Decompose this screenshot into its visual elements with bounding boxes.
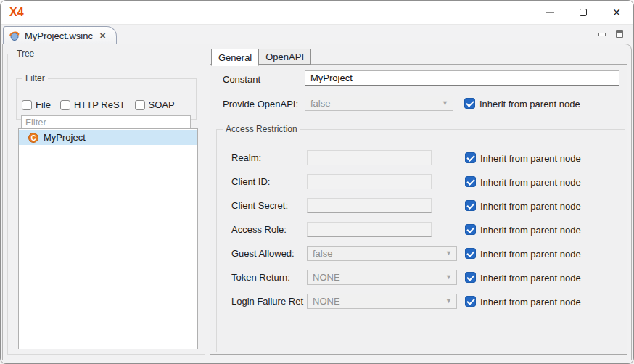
client-secret-input[interactable] (307, 198, 432, 213)
provide-openapi-value: false (310, 98, 330, 109)
minimize-button[interactable] (533, 1, 567, 24)
app-window: X4 ✕ MyProject.wsinc ✕ (0, 0, 634, 364)
filter-group-label: Filter (22, 73, 48, 83)
access-restriction-group: Access Restriction Realm: Inherit from p… (216, 124, 625, 352)
minimize-icon (546, 12, 554, 13)
row-access-role: Access Role: Inherit from parent node (217, 222, 625, 237)
inherit-label: Inherit from parent node (480, 153, 581, 164)
login-failure-label: Login Failure Ret (231, 296, 303, 307)
view-controls (598, 30, 623, 38)
provide-openapi-label: Provide OpenAPI: (223, 99, 298, 109)
inherit-checkbox-provide-openapi[interactable] (464, 98, 475, 109)
guest-allowed-label: Guest Allowed: (231, 248, 295, 259)
wsinc-file-icon (9, 30, 20, 41)
editor-content: Tree Filter File HTTP ReST (2, 44, 632, 360)
inherit-label: Inherit from parent node (480, 273, 581, 284)
tree-panel: Tree Filter File HTTP ReST (7, 49, 205, 355)
guest-allowed-select[interactable]: false ▼ (307, 246, 457, 261)
tab-general[interactable]: General (211, 49, 259, 66)
tree-item-label: MyProject (44, 132, 86, 143)
checkbox-unchecked-icon (22, 100, 32, 110)
inherit-label: Inherit from parent node (480, 201, 581, 212)
realm-label: Realm: (231, 152, 261, 163)
access-role-input[interactable] (307, 222, 432, 237)
client-secret-label: Client Secret: (231, 200, 288, 211)
guest-allowed-value: false (313, 248, 332, 259)
filter-checkboxes: File HTTP ReST SOAP (22, 99, 175, 110)
dropdown-arrow-icon: ▼ (442, 100, 448, 107)
workbench: MyProject.wsinc ✕ Tree Filter File (1, 24, 633, 363)
row-login-failure: Login Failure Ret NONE ▼ Inherit from pa… (217, 294, 625, 309)
tree-list[interactable]: C MyProject (18, 128, 198, 349)
window-titlebar: X4 ✕ (1, 1, 633, 24)
inherit-label: Inherit from parent node (480, 249, 581, 260)
row-client-id: Client ID: Inherit from parent node (217, 174, 625, 189)
client-id-input[interactable] (307, 174, 432, 189)
properties-panel: General OpenAPI Constant Provide OpenAPI… (210, 49, 627, 355)
editor-tab-myproject[interactable]: MyProject.wsinc ✕ (3, 26, 117, 44)
inherit-checkbox-login-failure[interactable] (465, 296, 476, 307)
window-controls: ✕ (533, 1, 633, 24)
realm-input[interactable] (307, 150, 432, 165)
inherit-checkbox-client-secret[interactable] (465, 200, 476, 211)
maximize-icon (580, 9, 587, 16)
tree-group-label: Tree (14, 49, 37, 59)
access-role-label: Access Role: (231, 224, 287, 235)
token-return-value: NONE (313, 272, 340, 283)
access-restriction-label: Access Restriction (223, 124, 300, 134)
inherit-label: Inherit from parent node (480, 297, 581, 307)
provide-openapi-select[interactable]: false ▼ (305, 96, 453, 111)
client-id-label: Client ID: (231, 176, 270, 187)
close-button[interactable]: ✕ (600, 1, 633, 24)
constant-label: Constant (223, 74, 260, 85)
inherit-checkbox-realm[interactable] (465, 152, 476, 163)
token-return-select[interactable]: NONE ▼ (307, 270, 457, 285)
checkbox-unchecked-icon (135, 100, 145, 110)
view-minimize-icon[interactable] (598, 33, 606, 36)
inherit-label: Inherit from parent node (479, 99, 580, 109)
token-return-label: Token Return: (231, 272, 290, 283)
checkbox-unchecked-icon (60, 100, 70, 110)
inherit-checkbox-client-id[interactable] (465, 176, 476, 187)
row-client-secret: Client Secret: Inherit from parent node (217, 198, 625, 213)
login-failure-value: NONE (313, 296, 340, 307)
editor-tab-label: MyProject.wsinc (25, 30, 93, 41)
maximize-button[interactable] (567, 1, 600, 24)
inherit-checkbox-access-role[interactable] (465, 224, 476, 235)
view-maximize-icon[interactable] (616, 30, 623, 38)
checkbox-http-rest-label: HTTP ReST (74, 99, 125, 110)
close-icon: ✕ (612, 7, 621, 17)
properties-tabs: General OpenAPI (211, 49, 627, 65)
login-failure-select[interactable]: NONE ▼ (307, 294, 457, 309)
tab-openapi[interactable]: OpenAPI (259, 49, 311, 65)
inherit-label: Inherit from parent node (480, 225, 581, 236)
row-token-return: Token Return: NONE ▼ Inherit from parent… (217, 270, 625, 285)
filter-input[interactable] (21, 115, 191, 128)
constant-input[interactable] (305, 70, 619, 86)
x4-logo: X4 (9, 6, 24, 19)
tree-item-myproject[interactable]: C MyProject (19, 130, 197, 145)
tab-close-icon[interactable]: ✕ (99, 31, 106, 41)
dropdown-arrow-icon: ▼ (445, 274, 452, 281)
checkbox-file-label: File (36, 99, 51, 110)
checkbox-soap-label: SOAP (149, 99, 175, 110)
checkbox-soap[interactable]: SOAP (135, 99, 175, 110)
inherit-checkbox-guest-allowed[interactable] (465, 248, 476, 259)
row-guest-allowed: Guest Allowed: false ▼ Inherit from pare… (217, 246, 625, 261)
general-form: Constant Provide OpenAPI: false ▼ Inheri… (210, 64, 627, 355)
dropdown-arrow-icon: ▼ (445, 298, 452, 305)
dropdown-arrow-icon: ▼ (445, 250, 452, 257)
constant-icon: C (28, 133, 38, 143)
filter-group: Filter File HTTP ReST SOAP (16, 73, 197, 120)
checkbox-http-rest[interactable]: HTTP ReST (60, 99, 125, 110)
inherit-checkbox-token-return[interactable] (465, 272, 476, 283)
row-realm: Realm: Inherit from parent node (217, 150, 625, 165)
inherit-label: Inherit from parent node (480, 177, 581, 188)
checkbox-file[interactable]: File (22, 99, 51, 110)
